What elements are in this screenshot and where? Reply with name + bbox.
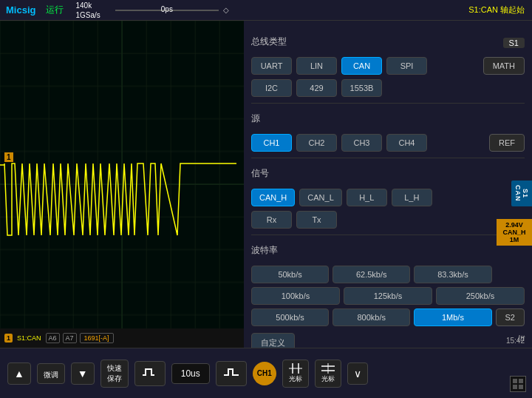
decode-prefix: S1:CAN	[16, 334, 43, 342]
single-pulse-button[interactable]	[216, 361, 247, 386]
btn-i2c[interactable]: I2C	[251, 79, 292, 97]
btn-ch1[interactable]: CH1	[251, 134, 292, 152]
time-display: 10us	[171, 363, 210, 384]
tune-down-button[interactable]: ▼	[71, 362, 95, 385]
scope-grid	[0, 21, 244, 348]
signal-buttons-row1: CAN_H CAN_L H_L L_H	[251, 189, 525, 206]
right-panel: 总线类型 S1 UART LIN CAN SPI MATH I2C 429 15…	[244, 21, 532, 348]
scope-footer-right: Itt	[244, 328, 532, 348]
menu-indicator-icon	[513, 379, 523, 389]
btn-math[interactable]: MATH	[483, 57, 525, 75]
decode-ch-badge: 1	[4, 334, 13, 343]
sample-rate-bottom: 1GSa/s	[75, 10, 100, 20]
sample-rate-top: 140k	[75, 1, 100, 10]
chevron-down-icon: ∨	[354, 368, 361, 380]
voltage-value: 2.94V	[500, 221, 528, 229]
source-section-header: 源	[251, 109, 525, 129]
vertical-cursor-button[interactable]: 光标	[282, 360, 309, 388]
btn-s2-visible[interactable]: S2	[496, 308, 525, 326]
decode-value: 1691[-A]	[80, 333, 114, 343]
decode-tag1: A6	[46, 333, 60, 343]
divider-3	[251, 235, 525, 235]
bus-buttons-row1: UART LIN CAN SPI MATH	[251, 57, 525, 75]
s1-can-button[interactable]: S1CAN	[511, 181, 532, 206]
bus-section-title: 总线类型	[251, 36, 287, 48]
btn-429[interactable]: 429	[296, 79, 337, 97]
single-pulse-icon	[224, 366, 239, 378]
btn-can-h[interactable]: CAN_H	[251, 189, 295, 206]
sample-rate: 140k 1GSa/s	[68, 1, 107, 20]
top-bar: Micsig 运行 140k 1GSa/s 0ps ◇ S1:CAN 轴起始	[0, 0, 532, 21]
app-logo: Micsig	[0, 4, 41, 16]
btn-1m[interactable]: 1Mb/s	[414, 308, 491, 326]
btn-rx[interactable]: Rx	[251, 211, 292, 229]
square-wave-icon	[143, 366, 157, 378]
signal-section-title: 信号	[251, 167, 269, 180]
btn-800k[interactable]: 800kb/s	[332, 308, 410, 326]
down-arrow-icon: ▼	[78, 368, 88, 380]
menu-indicator[interactable]	[510, 376, 526, 392]
tune-label: 微调	[44, 371, 58, 379]
btn-ref[interactable]: REF	[489, 134, 525, 152]
scope-area: 1	[0, 21, 244, 348]
baud-section-header: 波特率	[251, 241, 525, 261]
btn-can[interactable]: CAN	[341, 57, 382, 75]
s1-badge: S1	[503, 38, 525, 48]
bus-buttons-row2: I2C 429 1553B	[251, 79, 525, 97]
horizontal-cursor-icon	[321, 363, 335, 374]
trigger-pos: 0ps	[161, 5, 173, 13]
decode-bar: 1 S1:CAN A6 A7 1691[-A]	[0, 328, 244, 348]
baud-row3: 500kb/s 800kb/s 1Mb/s S2	[251, 308, 525, 326]
btn-125k[interactable]: 125kb/s	[344, 287, 432, 305]
trigger-info: S1:CAN 轴起始	[468, 4, 532, 16]
btn-62-5k[interactable]: 62.5kb/s	[332, 266, 410, 283]
btn-100k[interactable]: 100kb/s	[251, 287, 340, 305]
btn-83-3k[interactable]: 83.3kb/s	[414, 266, 491, 283]
divider-1	[251, 103, 525, 104]
signal-buttons-row2: Rx Tx	[251, 211, 525, 229]
btn-spi[interactable]: SPI	[386, 57, 427, 75]
time-readout: 15:42	[506, 337, 525, 345]
btn-can-l[interactable]: CAN_L	[299, 189, 341, 206]
more-button[interactable]: ∨	[347, 362, 368, 385]
btn-250k[interactable]: 250kb/s	[436, 287, 525, 305]
square-wave-button[interactable]	[134, 361, 166, 386]
baud-display: 1M	[500, 236, 528, 243]
btn-50k[interactable]: 50kb/s	[251, 266, 329, 283]
baud-row1: 50kb/s 62.5kb/s 83.3kb/s S2	[251, 266, 525, 283]
cursor2-label: 光标	[321, 374, 335, 384]
run-status: 运行	[41, 4, 68, 16]
cursor1-label: 光标	[289, 374, 302, 384]
horizontal-cursor-button[interactable]: 光标	[315, 360, 341, 388]
up-arrow-icon: ▲	[14, 368, 24, 380]
s1-can-info-box: 2.94V CAN_H 1M	[497, 219, 532, 246]
tune-up-button[interactable]: ▲	[7, 362, 31, 385]
btn-1553b[interactable]: 1553B	[341, 79, 382, 97]
source-buttons-row: CH1 CH2 CH3 CH4 REF	[251, 134, 525, 152]
btn-uart[interactable]: UART	[251, 57, 292, 75]
btn-ch4[interactable]: CH4	[386, 134, 427, 152]
bus-section-header: 总线类型 S1	[251, 33, 525, 53]
btn-500k[interactable]: 500kb/s	[251, 308, 329, 326]
ch1-indicator: 1	[4, 152, 13, 162]
btn-ch2[interactable]: CH2	[296, 134, 337, 152]
btn-h-l[interactable]: H_L	[347, 189, 387, 206]
baud-row2: 100kb/s 125kb/s 250kb/s	[251, 287, 525, 305]
decode-tag2: A7	[63, 333, 77, 343]
btn-lin[interactable]: LIN	[296, 57, 337, 75]
source-section-title: 源	[251, 112, 260, 125]
btn-l-h[interactable]: L_H	[392, 189, 432, 206]
vertical-cursor-icon	[289, 363, 302, 374]
baud-section-title: 波特率	[251, 244, 278, 257]
signal-section-header: 信号	[251, 164, 525, 184]
btn-ch3[interactable]: CH3	[341, 134, 382, 152]
signal-type: CAN_H	[500, 229, 528, 236]
btn-tx[interactable]: Tx	[296, 211, 337, 229]
ch1-button[interactable]: CH1	[253, 362, 276, 385]
bottom-bar: ▲ 微调 ▼ 快速 保存 10us CH1 光标	[0, 348, 532, 398]
divider-2	[251, 158, 525, 158]
save-button[interactable]: 快速 保存	[100, 360, 129, 388]
tune-label-box[interactable]: 微调	[37, 363, 65, 384]
